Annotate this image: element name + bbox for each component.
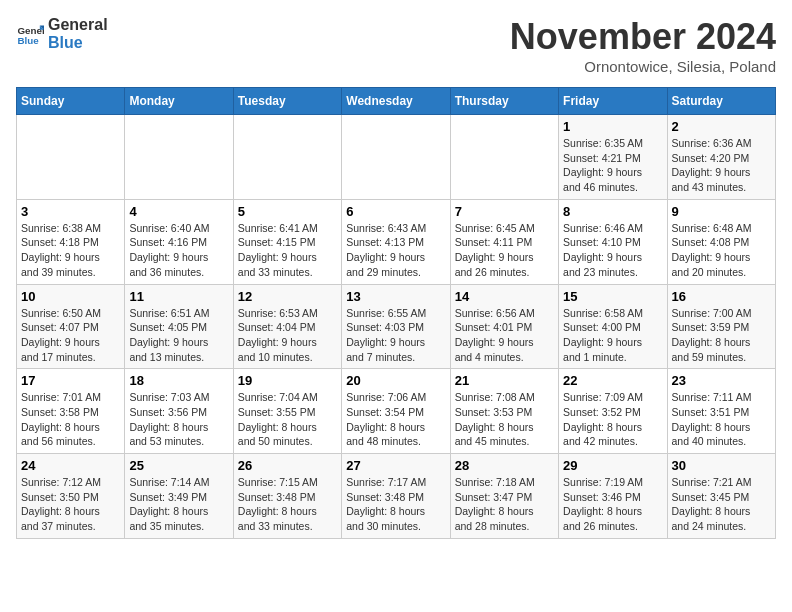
header-sunday: Sunday bbox=[17, 88, 125, 115]
day-number: 26 bbox=[238, 458, 337, 473]
day-detail: Sunrise: 7:03 AM Sunset: 3:56 PM Dayligh… bbox=[129, 390, 228, 449]
day-detail: Sunrise: 6:36 AM Sunset: 4:20 PM Dayligh… bbox=[672, 136, 771, 195]
day-cell: 26Sunrise: 7:15 AM Sunset: 3:48 PM Dayli… bbox=[233, 454, 341, 539]
day-number: 14 bbox=[455, 289, 554, 304]
day-number: 18 bbox=[129, 373, 228, 388]
day-detail: Sunrise: 7:12 AM Sunset: 3:50 PM Dayligh… bbox=[21, 475, 120, 534]
day-cell: 22Sunrise: 7:09 AM Sunset: 3:52 PM Dayli… bbox=[559, 369, 667, 454]
day-detail: Sunrise: 7:19 AM Sunset: 3:46 PM Dayligh… bbox=[563, 475, 662, 534]
day-cell: 18Sunrise: 7:03 AM Sunset: 3:56 PM Dayli… bbox=[125, 369, 233, 454]
header-friday: Friday bbox=[559, 88, 667, 115]
week-row-3: 10Sunrise: 6:50 AM Sunset: 4:07 PM Dayli… bbox=[17, 284, 776, 369]
day-cell: 2Sunrise: 6:36 AM Sunset: 4:20 PM Daylig… bbox=[667, 115, 775, 200]
location-subtitle: Ornontowice, Silesia, Poland bbox=[510, 58, 776, 75]
day-detail: Sunrise: 7:06 AM Sunset: 3:54 PM Dayligh… bbox=[346, 390, 445, 449]
day-detail: Sunrise: 6:43 AM Sunset: 4:13 PM Dayligh… bbox=[346, 221, 445, 280]
day-cell: 28Sunrise: 7:18 AM Sunset: 3:47 PM Dayli… bbox=[450, 454, 558, 539]
logo: General Blue General Blue bbox=[16, 16, 108, 51]
day-cell: 3Sunrise: 6:38 AM Sunset: 4:18 PM Daylig… bbox=[17, 199, 125, 284]
day-number: 15 bbox=[563, 289, 662, 304]
title-area: November 2024 Ornontowice, Silesia, Pola… bbox=[510, 16, 776, 75]
day-number: 27 bbox=[346, 458, 445, 473]
day-number: 28 bbox=[455, 458, 554, 473]
day-cell bbox=[17, 115, 125, 200]
day-cell: 16Sunrise: 7:00 AM Sunset: 3:59 PM Dayli… bbox=[667, 284, 775, 369]
week-row-1: 1Sunrise: 6:35 AM Sunset: 4:21 PM Daylig… bbox=[17, 115, 776, 200]
day-cell: 24Sunrise: 7:12 AM Sunset: 3:50 PM Dayli… bbox=[17, 454, 125, 539]
day-number: 2 bbox=[672, 119, 771, 134]
day-number: 1 bbox=[563, 119, 662, 134]
day-number: 20 bbox=[346, 373, 445, 388]
day-cell bbox=[233, 115, 341, 200]
day-cell: 1Sunrise: 6:35 AM Sunset: 4:21 PM Daylig… bbox=[559, 115, 667, 200]
day-cell: 19Sunrise: 7:04 AM Sunset: 3:55 PM Dayli… bbox=[233, 369, 341, 454]
day-detail: Sunrise: 6:41 AM Sunset: 4:15 PM Dayligh… bbox=[238, 221, 337, 280]
week-row-2: 3Sunrise: 6:38 AM Sunset: 4:18 PM Daylig… bbox=[17, 199, 776, 284]
day-number: 4 bbox=[129, 204, 228, 219]
day-cell: 23Sunrise: 7:11 AM Sunset: 3:51 PM Dayli… bbox=[667, 369, 775, 454]
page-header: General Blue General Blue November 2024 … bbox=[16, 16, 776, 75]
day-detail: Sunrise: 6:35 AM Sunset: 4:21 PM Dayligh… bbox=[563, 136, 662, 195]
day-cell: 30Sunrise: 7:21 AM Sunset: 3:45 PM Dayli… bbox=[667, 454, 775, 539]
day-number: 7 bbox=[455, 204, 554, 219]
day-number: 9 bbox=[672, 204, 771, 219]
day-detail: Sunrise: 6:51 AM Sunset: 4:05 PM Dayligh… bbox=[129, 306, 228, 365]
day-detail: Sunrise: 6:53 AM Sunset: 4:04 PM Dayligh… bbox=[238, 306, 337, 365]
header-saturday: Saturday bbox=[667, 88, 775, 115]
logo-general: General bbox=[48, 16, 108, 34]
day-number: 29 bbox=[563, 458, 662, 473]
day-detail: Sunrise: 6:46 AM Sunset: 4:10 PM Dayligh… bbox=[563, 221, 662, 280]
day-cell: 17Sunrise: 7:01 AM Sunset: 3:58 PM Dayli… bbox=[17, 369, 125, 454]
day-detail: Sunrise: 7:00 AM Sunset: 3:59 PM Dayligh… bbox=[672, 306, 771, 365]
header-wednesday: Wednesday bbox=[342, 88, 450, 115]
logo-blue: Blue bbox=[48, 34, 108, 52]
day-detail: Sunrise: 7:18 AM Sunset: 3:47 PM Dayligh… bbox=[455, 475, 554, 534]
logo-icon: General Blue bbox=[16, 20, 44, 48]
week-row-5: 24Sunrise: 7:12 AM Sunset: 3:50 PM Dayli… bbox=[17, 454, 776, 539]
day-detail: Sunrise: 7:14 AM Sunset: 3:49 PM Dayligh… bbox=[129, 475, 228, 534]
day-detail: Sunrise: 7:15 AM Sunset: 3:48 PM Dayligh… bbox=[238, 475, 337, 534]
day-cell: 12Sunrise: 6:53 AM Sunset: 4:04 PM Dayli… bbox=[233, 284, 341, 369]
day-detail: Sunrise: 7:01 AM Sunset: 3:58 PM Dayligh… bbox=[21, 390, 120, 449]
day-cell: 7Sunrise: 6:45 AM Sunset: 4:11 PM Daylig… bbox=[450, 199, 558, 284]
header-thursday: Thursday bbox=[450, 88, 558, 115]
day-cell: 15Sunrise: 6:58 AM Sunset: 4:00 PM Dayli… bbox=[559, 284, 667, 369]
day-number: 5 bbox=[238, 204, 337, 219]
day-cell: 20Sunrise: 7:06 AM Sunset: 3:54 PM Dayli… bbox=[342, 369, 450, 454]
day-cell: 8Sunrise: 6:46 AM Sunset: 4:10 PM Daylig… bbox=[559, 199, 667, 284]
day-detail: Sunrise: 7:08 AM Sunset: 3:53 PM Dayligh… bbox=[455, 390, 554, 449]
day-cell: 25Sunrise: 7:14 AM Sunset: 3:49 PM Dayli… bbox=[125, 454, 233, 539]
day-number: 6 bbox=[346, 204, 445, 219]
day-cell: 11Sunrise: 6:51 AM Sunset: 4:05 PM Dayli… bbox=[125, 284, 233, 369]
day-detail: Sunrise: 7:09 AM Sunset: 3:52 PM Dayligh… bbox=[563, 390, 662, 449]
day-cell bbox=[450, 115, 558, 200]
month-title: November 2024 bbox=[510, 16, 776, 58]
day-number: 23 bbox=[672, 373, 771, 388]
svg-text:Blue: Blue bbox=[17, 34, 39, 45]
day-cell: 14Sunrise: 6:56 AM Sunset: 4:01 PM Dayli… bbox=[450, 284, 558, 369]
day-number: 30 bbox=[672, 458, 771, 473]
header-tuesday: Tuesday bbox=[233, 88, 341, 115]
day-cell: 6Sunrise: 6:43 AM Sunset: 4:13 PM Daylig… bbox=[342, 199, 450, 284]
day-number: 8 bbox=[563, 204, 662, 219]
day-cell: 27Sunrise: 7:17 AM Sunset: 3:48 PM Dayli… bbox=[342, 454, 450, 539]
day-detail: Sunrise: 6:45 AM Sunset: 4:11 PM Dayligh… bbox=[455, 221, 554, 280]
week-row-4: 17Sunrise: 7:01 AM Sunset: 3:58 PM Dayli… bbox=[17, 369, 776, 454]
day-number: 16 bbox=[672, 289, 771, 304]
day-number: 13 bbox=[346, 289, 445, 304]
day-detail: Sunrise: 6:48 AM Sunset: 4:08 PM Dayligh… bbox=[672, 221, 771, 280]
day-cell: 4Sunrise: 6:40 AM Sunset: 4:16 PM Daylig… bbox=[125, 199, 233, 284]
day-cell: 5Sunrise: 6:41 AM Sunset: 4:15 PM Daylig… bbox=[233, 199, 341, 284]
day-number: 10 bbox=[21, 289, 120, 304]
day-detail: Sunrise: 7:17 AM Sunset: 3:48 PM Dayligh… bbox=[346, 475, 445, 534]
day-number: 24 bbox=[21, 458, 120, 473]
day-detail: Sunrise: 6:58 AM Sunset: 4:00 PM Dayligh… bbox=[563, 306, 662, 365]
day-detail: Sunrise: 6:55 AM Sunset: 4:03 PM Dayligh… bbox=[346, 306, 445, 365]
day-cell: 13Sunrise: 6:55 AM Sunset: 4:03 PM Dayli… bbox=[342, 284, 450, 369]
day-detail: Sunrise: 6:50 AM Sunset: 4:07 PM Dayligh… bbox=[21, 306, 120, 365]
day-detail: Sunrise: 6:40 AM Sunset: 4:16 PM Dayligh… bbox=[129, 221, 228, 280]
day-number: 25 bbox=[129, 458, 228, 473]
calendar-table: SundayMondayTuesdayWednesdayThursdayFrid… bbox=[16, 87, 776, 539]
day-number: 22 bbox=[563, 373, 662, 388]
day-number: 3 bbox=[21, 204, 120, 219]
